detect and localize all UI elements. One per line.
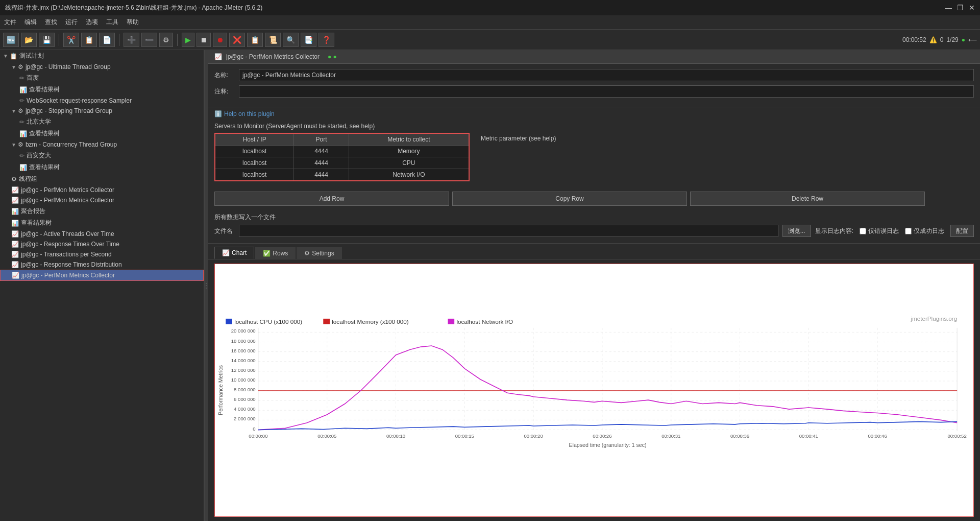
status-green: ● [962, 36, 965, 43]
svg-text:4 000 000: 4 000 000 [234, 406, 255, 412]
icon-websocket: ✏ [19, 97, 24, 104]
tree-item-stepping[interactable]: ▼ ⚙ jp@gc - Stepping Thread Group [0, 106, 204, 116]
maximize-button[interactable]: ❐ [957, 4, 964, 12]
menu-item-工具[interactable]: 工具 [106, 18, 118, 27]
name-input[interactable] [239, 69, 974, 81]
icon-xian: ✏ [19, 152, 24, 159]
menu-item-编辑[interactable]: 编辑 [24, 18, 37, 27]
filename-input[interactable] [239, 225, 778, 237]
icon-ultimate: ⚙ [18, 63, 23, 70]
label-perfmon-selected: jp@gc - PerfMon Metrics Collector [21, 272, 115, 279]
menu-item-帮助[interactable]: 帮助 [127, 18, 139, 27]
tree-item-view1[interactable]: 📊 查看结果树 [0, 84, 204, 96]
settings-tab-label: Settings [312, 250, 334, 257]
cut-button[interactable]: ✂️ [63, 33, 79, 47]
menu-item-选项[interactable]: 选项 [86, 18, 98, 27]
tree-item-perfmon1[interactable]: 📈 jp@gc - PerfMon Metrics Collector [0, 185, 204, 195]
col-port: Port [294, 133, 349, 146]
name-row: 名称: [214, 69, 974, 81]
tree-item-xian[interactable]: ✏ 西安交大 [0, 150, 204, 161]
filename-row: 文件名 浏览... 显示日志内容: 仅错误日志 仅成功日志 配置 [214, 225, 974, 237]
svg-text:6 000 000: 6 000 000 [234, 396, 255, 402]
icon-perfmon1: 📈 [11, 186, 19, 194]
tree-item-baidu[interactable]: ✏ 百度 [0, 72, 204, 84]
tree-item-perfmon-selected[interactable]: 📈 jp@gc - PerfMon Metrics Collector [0, 270, 204, 281]
paste-button[interactable]: 📄 [99, 33, 115, 47]
tab-rows[interactable]: ✅ Rows [255, 247, 296, 259]
tree-item-perfmon2[interactable]: 📈 jp@gc - PerfMon Metrics Collector [0, 195, 204, 205]
tree-item-aggregate[interactable]: 📊 聚合报告 [0, 205, 204, 217]
run-button[interactable]: ▶ [182, 33, 194, 47]
tab-chart[interactable]: 📈 Chart [214, 247, 254, 259]
row2-host: localhost [215, 157, 294, 169]
icon-threadgroup: ⚙ [11, 176, 17, 183]
tree-item-websocket[interactable]: ✏ WebSocket request-response Sampler [0, 96, 204, 106]
label-view4: 查看结果树 [21, 219, 52, 227]
menu-item-文件[interactable]: 文件 [4, 18, 16, 27]
titlebar-controls: — ❐ ✕ [945, 4, 975, 12]
tree-item-view2[interactable]: 📊 查看结果树 [0, 128, 204, 139]
menu-item-运行[interactable]: 运行 [65, 18, 78, 27]
help-btn[interactable]: ❓ [318, 33, 334, 47]
tree-item-ultimate[interactable]: ▼ ⚙ jp@gc - Ultimate Thread Group [0, 62, 204, 72]
settings-button[interactable]: ⚙ [159, 33, 173, 47]
spy-button[interactable]: 🔍 [283, 33, 299, 47]
tree-item-response-dist[interactable]: 📈 jp@gc - Response Times Distribution [0, 259, 204, 270]
tab-settings[interactable]: ⚙ Settings [297, 247, 341, 259]
icon-transactions: 📈 [11, 251, 19, 258]
open-button[interactable]: 📂 [21, 33, 37, 47]
minimize-button[interactable]: — [945, 4, 952, 12]
remove-button[interactable]: ➖ [141, 33, 157, 47]
help-link[interactable]: ℹ️ Help on this plugin [214, 110, 974, 117]
svg-text:14 000 000: 14 000 000 [231, 358, 256, 363]
stop-now-button[interactable]: ⏺ [213, 33, 227, 47]
shutdown-button[interactable]: ❌ [229, 33, 245, 47]
error-log-checkbox[interactable] [860, 228, 866, 234]
browse-button[interactable]: 浏览... [782, 225, 811, 237]
script-button[interactable]: 📜 [265, 33, 281, 47]
stop-button[interactable]: ⏹ [197, 33, 211, 47]
rows-icon: ✅ [263, 250, 271, 257]
tree-item-transactions[interactable]: 📈 jp@gc - Transactions per Second [0, 249, 204, 259]
templates-button[interactable]: 📑 [301, 33, 316, 47]
svg-text:00:00:41: 00:00:41 [799, 433, 818, 439]
new-button[interactable]: 🆕 [3, 33, 19, 47]
progress-display: 1/29 [946, 36, 958, 43]
tree-item-active[interactable]: 📈 jp@gc - Active Threads Over Time [0, 229, 204, 239]
arrow-ultimate: ▼ [11, 64, 16, 70]
tree-item-view4[interactable]: 📊 查看结果树 [0, 217, 204, 229]
info-button[interactable]: 📋 [247, 33, 263, 47]
resize-handle[interactable]: ⋮ [204, 50, 208, 521]
svg-text:12 000 000: 12 000 000 [231, 367, 256, 373]
success-log-checkbox[interactable] [905, 228, 912, 234]
add-row-button[interactable]: Add Row [214, 192, 449, 206]
tree-item-concurrency[interactable]: ▼ ⚙ bzm - Concurrency Thread Group [0, 139, 204, 150]
tree-item-beida[interactable]: ✏ 北京大学 [0, 116, 204, 128]
row2-metric: CPU [349, 157, 469, 169]
tree-item-response-times[interactable]: 📈 jp@gc - Response Times Over Time [0, 239, 204, 249]
comment-input[interactable] [239, 85, 974, 98]
close-button[interactable]: ✕ [969, 4, 975, 12]
chart-svg: jmeterPlugins.org localhost CPU (x100 00… [215, 264, 973, 516]
save-button[interactable]: 💾 [39, 33, 55, 47]
servers-table: Host / IP Port Metric to collect localho… [214, 133, 470, 181]
titlebar-title: 线程组-并发.jmx (D:\JeMeter\apache-jmeter-5.6… [5, 4, 262, 12]
label-threadgroup: 线程组 [19, 175, 37, 183]
label-ultimate: jp@gc - Ultimate Thread Group [26, 63, 111, 70]
copy-button[interactable]: 📋 [81, 33, 97, 47]
svg-text:Performance Metrics: Performance Metrics [217, 365, 224, 415]
copy-row-button[interactable]: Copy Row [452, 192, 687, 206]
label-test-plan: 测试计划 [19, 52, 44, 60]
svg-text:00:00:36: 00:00:36 [730, 433, 749, 439]
add-button[interactable]: ➕ [124, 33, 139, 47]
tree-item-threadgroup[interactable]: ⚙ 线程组 [0, 173, 204, 185]
config-button[interactable]: 配置 [950, 225, 974, 237]
status-arrow: ⟵ [968, 36, 977, 43]
delete-row-button[interactable]: Delete Row [690, 192, 925, 206]
svg-text:18 000 000: 18 000 000 [231, 338, 256, 344]
tree-item-test-plan[interactable]: ▼ 📋 测试计划 [0, 50, 204, 62]
menu-item-查找[interactable]: 查找 [45, 18, 57, 27]
tree-item-view3[interactable]: 📊 查看结果树 [0, 161, 204, 173]
label-baidu: 百度 [27, 74, 39, 82]
svg-text:localhost Network I/O: localhost Network I/O [456, 319, 513, 325]
